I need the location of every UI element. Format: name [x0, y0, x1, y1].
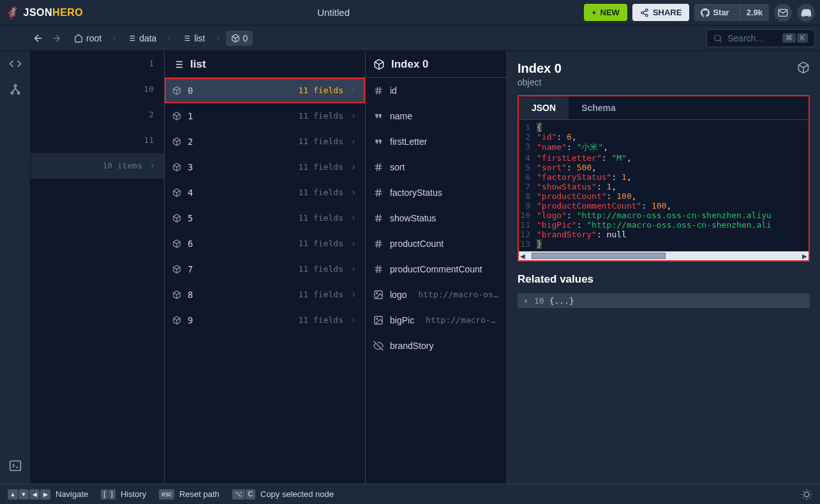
- property-row[interactable]: factoryStatus: [366, 180, 507, 205]
- column-root: 11021110 items: [31, 51, 165, 484]
- footer-navigate-label: Navigate: [56, 489, 88, 499]
- chevron-right-icon: [350, 291, 357, 299]
- svg-line-63: [379, 214, 380, 222]
- item-meta: 11 fields: [299, 213, 343, 223]
- list-item[interactable]: 611 fields: [165, 231, 365, 256]
- property-row[interactable]: id: [366, 78, 507, 103]
- chevron-right-icon: [350, 87, 357, 94]
- app-logo[interactable]: 🦸 JSONHERO: [5, 6, 83, 20]
- list-item[interactable]: 511 fields: [165, 205, 365, 231]
- json-code-view[interactable]: 1{2 "id": 6,3 "name": "小米",4 "firstLette…: [519, 120, 809, 251]
- theme-toggle-button[interactable]: [801, 489, 812, 500]
- list-item[interactable]: 011 fields: [165, 78, 365, 103]
- property-label: logo: [390, 290, 406, 300]
- related-count: 10: [534, 296, 544, 306]
- horizontal-scrollbar[interactable]: ◀ ▶: [519, 251, 809, 260]
- breadcrumb-item-0[interactable]: 0: [226, 31, 253, 46]
- discord-button[interactable]: [797, 4, 815, 22]
- list-item[interactable]: 811 fields: [165, 282, 365, 308]
- document-title[interactable]: Untitled: [83, 7, 584, 18]
- item-label: 0: [188, 85, 292, 96]
- list-item[interactable]: 211 fields: [165, 129, 365, 154]
- breadcrumb-item-data[interactable]: data: [122, 31, 161, 46]
- cube-icon: [231, 34, 240, 43]
- chevron-right-icon: [523, 298, 529, 304]
- chevron-right-icon: [350, 214, 357, 222]
- line-number: 1: [31, 51, 164, 77]
- property-row[interactable]: firstLetter: [366, 129, 507, 154]
- chevron-right-icon: [350, 240, 357, 248]
- chevron-right-icon: [350, 112, 357, 120]
- item-meta: 11 fields: [299, 239, 343, 248]
- sidebar-item-terminal[interactable]: [0, 453, 31, 478]
- footer-reset: esc Reset path: [159, 489, 219, 500]
- arrow-right-icon: [50, 33, 62, 44]
- key-down-icon: ▼: [19, 489, 29, 500]
- quote-icon: [373, 137, 384, 147]
- list-item[interactable]: 111 fields: [165, 103, 365, 129]
- search-input[interactable]: Search… ⌘ K: [706, 29, 815, 47]
- property-preview: http://macro-oss.…: [426, 315, 499, 325]
- hash-icon: [373, 213, 384, 223]
- item-meta: 11 fields: [299, 264, 343, 274]
- property-row[interactable]: bigPichttp://macro-oss.…: [366, 308, 507, 333]
- list-item[interactable]: 311 fields: [165, 154, 365, 180]
- property-row[interactable]: productCount: [366, 231, 507, 256]
- email-button[interactable]: [774, 4, 792, 22]
- property-row[interactable]: sort: [366, 154, 507, 180]
- footer-copy: ⌥ C Copy selected node: [232, 489, 334, 500]
- scrollbar-thumb[interactable]: [532, 253, 666, 259]
- column-list: list 011 fields111 fields211 fields311 f…: [165, 51, 366, 484]
- new-button[interactable]: + NEW: [584, 4, 627, 21]
- svg-line-71: [379, 265, 380, 273]
- item-label: 9: [188, 315, 292, 325]
- property-row[interactable]: logohttp://macro-oss.o…: [366, 282, 507, 308]
- inspector-type: object: [518, 77, 562, 87]
- github-star-button[interactable]: Star 2.9k: [694, 4, 769, 21]
- key-bracket-right-icon: ]: [108, 489, 116, 500]
- svg-line-85: [803, 497, 803, 498]
- discord-icon: [801, 8, 811, 18]
- breadcrumb-item-list[interactable]: list: [177, 31, 210, 46]
- new-button-label: NEW: [600, 8, 620, 17]
- nav-back-button[interactable]: [31, 31, 46, 46]
- list-item[interactable]: 711 fields: [165, 256, 365, 282]
- item-meta: 11 fields: [299, 111, 343, 121]
- property-label: productCommentCount: [390, 264, 499, 274]
- tab-schema[interactable]: Schema: [569, 96, 629, 119]
- svg-line-81: [803, 491, 803, 491]
- tab-json[interactable]: JSON: [519, 96, 569, 119]
- property-label: showStatus: [390, 213, 499, 223]
- share-icon: [640, 8, 649, 17]
- sidebar-item-tree[interactable]: [0, 77, 31, 102]
- cube-icon: [172, 163, 181, 172]
- share-button[interactable]: SHARE: [632, 4, 690, 21]
- property-row[interactable]: brandStory: [366, 333, 507, 359]
- cube-icon: [797, 61, 810, 74]
- svg-line-51: [379, 87, 380, 94]
- svg-point-2: [646, 14, 648, 17]
- property-row[interactable]: name: [366, 103, 507, 129]
- related-values-item[interactable]: 10 {...}: [518, 293, 810, 308]
- chevron-right-icon: [350, 316, 357, 324]
- footer: ▲ ▼ ◀ ▶ Navigate [ ] History esc Reset p…: [0, 484, 820, 504]
- sidebar-item-code[interactable]: [0, 51, 31, 77]
- hash-icon: [373, 239, 384, 249]
- list-item[interactable]: 911 fields: [165, 308, 365, 333]
- sidebar: [0, 51, 31, 484]
- list-item[interactable]: 411 fields: [165, 180, 365, 205]
- property-row[interactable]: productCommentCount: [366, 256, 507, 282]
- items-count-row[interactable]: 10 items: [31, 153, 164, 179]
- svg-line-4: [643, 10, 646, 11]
- property-preview: http://macro-oss.o…: [418, 290, 499, 299]
- logo-text-json: JSON: [24, 7, 53, 18]
- image-icon: [373, 290, 384, 300]
- svg-line-67: [379, 240, 380, 248]
- breadcrumb-separator: [110, 34, 118, 42]
- svg-line-66: [376, 240, 377, 248]
- property-row[interactable]: showStatus: [366, 205, 507, 231]
- breadcrumb-item-root[interactable]: root: [69, 31, 107, 46]
- nav-forward-button[interactable]: [48, 31, 64, 46]
- eye-off-icon: [373, 341, 384, 351]
- image-icon: [373, 315, 384, 325]
